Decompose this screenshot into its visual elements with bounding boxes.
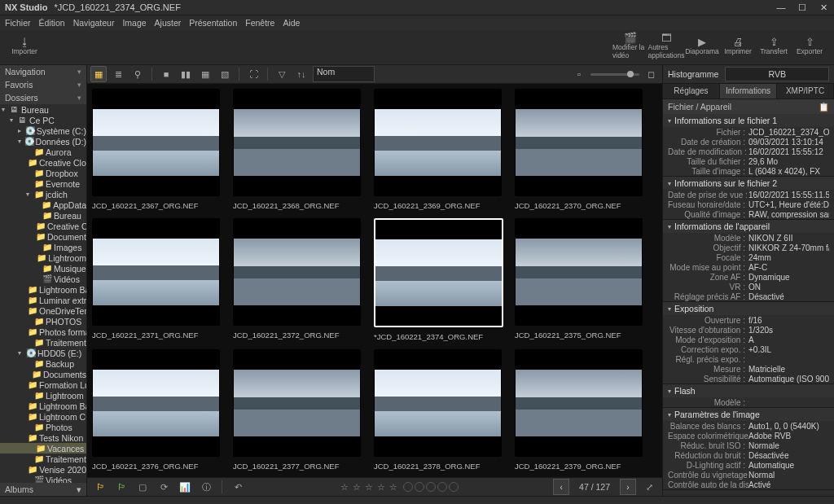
menu-aide[interactable]: Aide [283, 18, 300, 28]
tree-node[interactable]: 📁PHOTOS [0, 316, 86, 327]
tree-node[interactable]: 📁Formation Lum [0, 379, 86, 390]
tree-node[interactable]: 🎬Vidéos [0, 475, 86, 483]
meta-group-title[interactable]: ▾Flash [663, 384, 834, 397]
thumbnail[interactable]: JCD_160221_2370_ORG.NEF [515, 89, 641, 210]
menu-ajuster[interactable]: Ajuster [155, 18, 182, 28]
tree-node[interactable]: 📁Lightroom Bac [0, 284, 86, 295]
meta-group-title[interactable]: ▾Paramètres de l'image [663, 408, 834, 421]
expand-icon[interactable]: ⤢ [641, 479, 657, 495]
thumbnail[interactable]: JCD_160221_2377_ORG.NEF [233, 349, 359, 471]
menu-édition[interactable]: Édition [39, 18, 65, 28]
crop-icon[interactable]: ▢ [134, 479, 151, 495]
window-minimize-icon[interactable]: — [770, 0, 792, 15]
thumbnail[interactable]: *JCD_160221_2374_ORG.NEF [374, 218, 500, 341]
filter-icon[interactable]: ▽ [274, 66, 290, 82]
folders-header[interactable]: Dossiers▾ [0, 91, 86, 104]
thumbnail-size-slider[interactable]: ▫ ◻ [571, 66, 659, 82]
modify-video-button[interactable]: 🎬Modifier la vidéo [612, 32, 648, 59]
window-close-icon[interactable]: ✕ [813, 0, 834, 15]
import-button[interactable]: ⭳ Importer [7, 32, 42, 59]
tree-node[interactable]: 📁Lightroom CC [0, 411, 86, 422]
tree-node[interactable]: ▾💽HDD05 (E:) [0, 348, 86, 358]
thumbnail[interactable]: JCD_160221_2369_ORG.NEF [374, 89, 500, 210]
tree-node[interactable]: 📁Lightroom [0, 390, 86, 401]
tree-node[interactable]: 📁Images [0, 242, 86, 252]
albums-header[interactable]: Albums▾ [0, 483, 86, 496]
other-apps-button[interactable]: 🗔Autres applications [648, 32, 684, 59]
single-view-icon[interactable]: ■ [158, 66, 174, 82]
rotate-icon[interactable]: ⟳ [156, 479, 172, 495]
undo-icon[interactable]: ↶ [230, 479, 246, 495]
meta-group-title[interactable]: ▾Informations sur le fichier 1 [663, 114, 834, 127]
next-button[interactable]: › [620, 479, 636, 495]
tree-node[interactable]: 📁Documents [0, 231, 86, 242]
tree-node[interactable]: 📁Creative Cl [0, 221, 86, 231]
tree-node[interactable]: 📁Traitement [0, 337, 86, 348]
print-button[interactable]: 🖨Imprimer [720, 32, 756, 59]
tree-node[interactable]: 📁Venise 2020 [0, 464, 86, 475]
tree-node[interactable]: 📁Lightroom [0, 252, 86, 263]
navigation-header[interactable]: Navigation▾ [0, 65, 86, 78]
tree-node[interactable]: 🎬Vidéos [0, 274, 86, 284]
thumbnail[interactable]: JCD_160221_2367_ORG.NEF [92, 89, 218, 210]
thumbnail[interactable]: JCD_160221_2375_ORG.NEF [515, 218, 641, 341]
meta-group-title[interactable]: ▾Informations sur le fichier 2 [663, 177, 834, 190]
sort-select[interactable]: Nom [313, 66, 375, 82]
tree-node[interactable]: 📁AppData [0, 199, 86, 210]
grid-view-icon[interactable]: ▦ [90, 66, 107, 82]
export-button[interactable]: ⇧Exporter [792, 32, 827, 59]
meta-group-title[interactable]: ▾Informations de l'appareil [663, 220, 834, 233]
tree-node[interactable]: 📁Backup [0, 358, 86, 369]
thumbnail[interactable]: JCD_160221_2372_ORG.NEF [233, 218, 359, 341]
tree-node[interactable]: ▾🖥Ce PC [0, 115, 86, 125]
fullscreen-icon[interactable]: ⛶ [245, 66, 261, 82]
clipboard-icon[interactable]: 📋 [819, 102, 829, 112]
tree-node[interactable]: ▾💽Données (D:) [0, 136, 86, 147]
prev-button[interactable]: ‹ [553, 479, 569, 495]
transfer-button[interactable]: ⇪Transfert [756, 32, 792, 59]
tree-node[interactable]: 📁Luminar extras [0, 295, 86, 305]
menu-fichier[interactable]: Fichier [5, 18, 31, 28]
tree-node[interactable]: 📁Evernote [0, 178, 86, 189]
menu-fenêtre[interactable]: Fenêtre [245, 18, 274, 28]
color-label-dots[interactable] [403, 482, 459, 492]
tree-node[interactable]: 📁Bureau [0, 210, 86, 221]
tree-node[interactable]: 📁Photos [0, 422, 86, 432]
tab-réglages[interactable]: Réglages [663, 84, 720, 99]
thumbnail[interactable]: JCD_160221_2378_ORG.NEF [374, 349, 500, 471]
tree-node[interactable]: 📁Traitement [0, 454, 86, 464]
tree-node[interactable]: 📁Creative Cloud [0, 157, 86, 168]
colorspace-select[interactable]: RVB [725, 67, 829, 81]
flag-yellow-icon[interactable]: 🏳 [92, 479, 108, 495]
slideshow-button[interactable]: ▶Diaporama [684, 32, 720, 59]
tree-node[interactable]: ▾📁jcdich [0, 189, 86, 199]
thumbnail[interactable]: JCD_160221_2368_ORG.NEF [233, 89, 359, 210]
tree-node[interactable]: 📁Tests Nikon N [0, 432, 86, 443]
menu-présentation[interactable]: Présentation [189, 18, 237, 28]
thumbnail[interactable]: JCD_160221_2376_ORG.NEF [92, 349, 218, 471]
tree-node[interactable]: ▾🖥Bureau [0, 104, 86, 115]
thumbnail[interactable]: JCD_160221_2379_ORG.NEF [515, 349, 641, 471]
compare-4-icon[interactable]: ▦ [197, 66, 213, 82]
tab-informations[interactable]: Informations [720, 84, 777, 99]
histogram-icon[interactable]: 📊 [177, 479, 193, 495]
window-maximize-icon[interactable]: ☐ [792, 0, 813, 15]
map-pin-icon[interactable]: ⚲ [129, 66, 146, 82]
info-icon[interactable]: ⓘ [198, 479, 214, 495]
list-view-icon[interactable]: ≣ [110, 66, 126, 82]
tree-node[interactable]: 📁OneDriveTemp [0, 305, 86, 316]
tree-node[interactable]: 📁Documents [0, 369, 86, 379]
flag-green-icon[interactable]: 🏳 [113, 479, 129, 495]
menu-navigateur[interactable]: Navigateur [73, 18, 115, 28]
loupe-view-icon[interactable]: ▧ [217, 66, 233, 82]
favorites-header[interactable]: Favoris▾ [0, 78, 86, 91]
tree-node[interactable]: 📁Musique [0, 263, 86, 274]
tab-xmp/iptc[interactable]: XMP/IPTC [777, 84, 834, 99]
tree-node[interactable]: 📁Photos format [0, 327, 86, 337]
tree-node[interactable]: 📁Vacances V [0, 443, 86, 454]
menu-image[interactable]: Image [122, 18, 146, 28]
tree-node[interactable]: 📁Lightroom Bac [0, 401, 86, 411]
tree-node[interactable]: 📁Dropbox [0, 168, 86, 178]
meta-group-title[interactable]: ▾Exposition [663, 302, 834, 315]
rating-stars[interactable]: ☆ ☆ ☆ ☆ ☆ [340, 482, 398, 493]
